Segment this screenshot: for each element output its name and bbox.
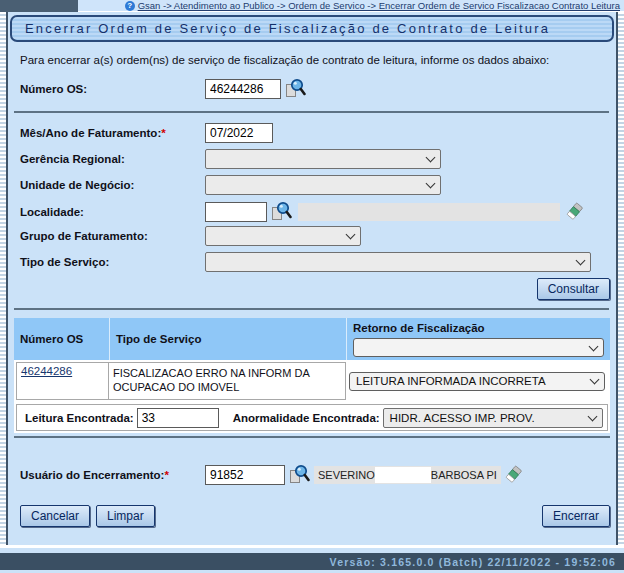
cell-retorno: LEITURA INFORMADA INCORRETA — [346, 362, 608, 400]
gerencia-row: Gerência Regional: — [20, 149, 612, 169]
version-text: Versão: 3.165.0.0 (Batch) 22/11/2022 - 1… — [330, 556, 616, 568]
cancelar-button[interactable]: Cancelar — [20, 505, 90, 527]
chevron-down-icon — [426, 179, 436, 189]
unidade-select[interactable] — [205, 175, 441, 195]
usuario-label-text: Usuário do Encerramento: — [20, 469, 164, 481]
table-row: 46244286 FISCALIZACAO ERRO NA INFORM DA … — [16, 362, 608, 400]
gerencia-label: Gerência Regional: — [20, 153, 205, 165]
unidade-label: Unidade de Negócio: — [20, 179, 205, 191]
localidade-label: Localidade: — [20, 206, 205, 218]
chevron-down-icon — [346, 230, 356, 240]
usuario-nome-parte1: SEVERINO — [318, 469, 375, 481]
main-frame: Encerrar Ordem de Serviço de Fiscalizaçã… — [6, 12, 618, 547]
actions-row: Cancelar Limpar Encerrar — [20, 505, 610, 527]
localidade-descricao — [298, 203, 560, 221]
grupo-label: Grupo de Faturamento: — [20, 230, 205, 242]
eraser-icon[interactable] — [565, 202, 584, 221]
unidade-row: Unidade de Negócio: — [20, 175, 612, 195]
search-icon[interactable] — [285, 78, 306, 99]
breadcrumb-bar: ? Gsan -> Atendimento ao Publico -> Orde… — [0, 0, 624, 12]
col-header-retorno-label: Retorno de Fiscalização — [353, 322, 604, 334]
numero-os-row: Número OS: — [20, 78, 612, 99]
form-panel: Para encerrar a(s) ordem(ns) de serviço … — [8, 54, 616, 527]
search-icon[interactable] — [271, 201, 292, 222]
separator — [14, 308, 609, 310]
usuario-input[interactable] — [205, 465, 285, 485]
gerencia-select[interactable] — [205, 149, 441, 169]
mes-ano-row: Mês/Ano de Faturamento:* — [20, 123, 612, 143]
mes-ano-label-text: Mês/Ano de Faturamento: — [20, 127, 161, 139]
required-asterisk: * — [164, 469, 168, 481]
numero-os-input[interactable] — [205, 79, 281, 99]
chevron-down-icon — [590, 375, 600, 385]
retorno-select-value: LEITURA INFORMADA INCORRETA — [356, 375, 546, 387]
separator — [14, 111, 609, 113]
consultar-button[interactable]: Consultar — [537, 278, 610, 300]
search-icon[interactable] — [289, 464, 310, 485]
col-header-retorno: Retorno de Fiscalização — [346, 318, 610, 360]
leitura-encontrada-input[interactable] — [137, 408, 219, 428]
tipo-servico-row: Tipo de Serviço: — [20, 252, 612, 272]
cell-numero-os: 46244286 — [16, 362, 109, 400]
usuario-nome-parte2: BARBOSA PI — [431, 469, 497, 481]
footer: Versão: 3.165.0.0 (Batch) 22/11/2022 - 1… — [0, 545, 624, 573]
usuario-label: Usuário do Encerramento:* — [20, 469, 205, 481]
localidade-input[interactable] — [205, 202, 267, 222]
retorno-header-select[interactable] — [353, 338, 604, 357]
table-body: 46244286 FISCALIZACAO ERRO NA INFORM DA … — [14, 360, 610, 433]
tipo-servico-label: Tipo de Serviço: — [20, 256, 205, 268]
mes-ano-input[interactable] — [205, 123, 273, 143]
frame-corner — [0, 0, 78, 12]
right-frame-edge — [618, 12, 624, 547]
limpar-button[interactable]: Limpar — [96, 505, 155, 527]
version-bar: Versão: 3.165.0.0 (Batch) 22/11/2022 - 1… — [0, 553, 624, 570]
breadcrumb: ? Gsan -> Atendimento ao Publico -> Orde… — [125, 0, 624, 11]
table-subrow: Leitura Encontrada: Anormalidade Encontr… — [16, 404, 608, 431]
localidade-row: Localidade: — [20, 201, 612, 222]
gsan-page: ? Gsan -> Atendimento ao Publico -> Orde… — [0, 0, 624, 573]
required-asterisk: * — [161, 127, 165, 139]
mes-ano-label: Mês/Ano de Faturamento:* — [20, 127, 205, 139]
leitura-encontrada-label: Leitura Encontrada: — [25, 412, 134, 424]
tipo-servico-select[interactable] — [205, 252, 591, 272]
retorno-select[interactable]: LEITURA INFORMADA INCORRETA — [349, 372, 605, 391]
eraser-icon[interactable] — [504, 465, 523, 484]
chevron-down-icon — [588, 411, 598, 421]
chevron-down-icon — [589, 341, 599, 351]
grupo-select[interactable] — [205, 226, 361, 246]
consultar-row: Consultar — [20, 278, 610, 300]
nome-redacted-block — [375, 467, 431, 483]
col-header-tipo-servico: Tipo de Serviço — [109, 318, 346, 360]
usuario-nome: SEVERINO BARBOSA PI — [314, 466, 501, 484]
usuario-row: Usuário do Encerramento:* SEVERINO BARBO… — [20, 464, 612, 485]
os-link[interactable]: 46244286 — [21, 365, 72, 377]
chevron-down-icon — [576, 256, 586, 266]
cell-tipo-servico: FISCALIZACAO ERRO NA INFORM DA OCUPACAO … — [109, 362, 346, 400]
table-bottom-border — [14, 436, 610, 438]
os-table: Número OS Tipo de Serviço Retorno de Fis… — [14, 318, 610, 438]
numero-os-label: Número OS: — [20, 83, 205, 95]
table-header: Número OS Tipo de Serviço Retorno de Fis… — [14, 318, 610, 360]
col-header-numero-os: Número OS — [14, 318, 109, 360]
intro-text: Para encerrar a(s) ordem(ns) de serviço … — [20, 54, 612, 66]
anormalidade-label: Anormalidade Encontrada: — [233, 412, 380, 424]
page-title: Encerrar Ordem de Serviço de Fiscalizaçã… — [10, 15, 614, 42]
breadcrumb-links[interactable]: Gsan -> Atendimento ao Publico -> Ordem … — [138, 0, 620, 11]
help-icon[interactable]: ? — [125, 1, 135, 11]
grupo-row: Grupo de Faturamento: — [20, 226, 612, 246]
page-title-text: Encerrar Ordem de Serviço de Fiscalizaçã… — [25, 21, 550, 36]
anormalidade-select[interactable]: HIDR. ACESSO IMP. PROV. — [383, 408, 603, 428]
encerrar-button[interactable]: Encerrar — [542, 505, 610, 527]
chevron-down-icon — [426, 153, 436, 163]
anormalidade-select-value: HIDR. ACESSO IMP. PROV. — [390, 412, 535, 424]
